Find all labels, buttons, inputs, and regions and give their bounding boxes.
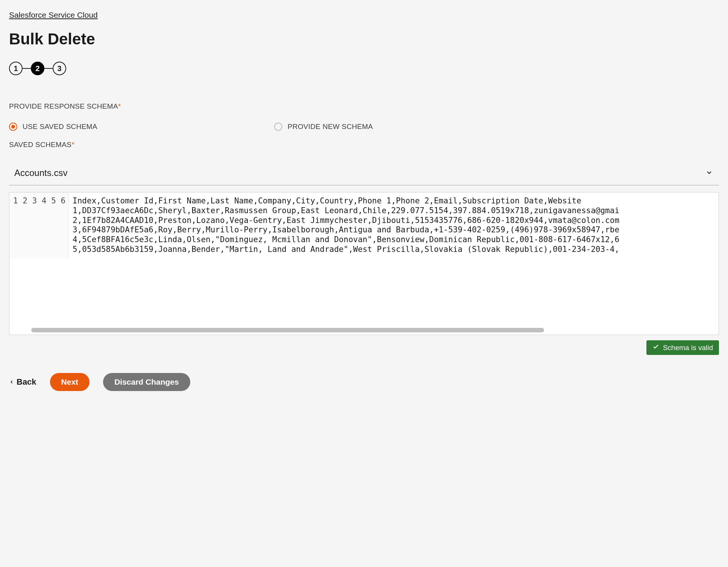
check-icon	[652, 343, 659, 352]
step-1[interactable]: 1	[9, 62, 23, 75]
scrollbar-thumb[interactable]	[31, 328, 544, 332]
radio-input-provide-new[interactable]	[274, 123, 282, 131]
discard-changes-button[interactable]: Discard Changes	[103, 373, 190, 391]
saved-schema-select[interactable]: Accounts.csv	[9, 161, 719, 185]
footer-buttons: Back Next Discard Changes	[9, 373, 719, 391]
horizontal-scrollbar[interactable]	[31, 328, 715, 332]
schema-valid-badge: Schema is valid	[646, 340, 719, 355]
radio-label-provide-new: PROVIDE NEW SCHEMA	[288, 123, 373, 131]
breadcrumb-link[interactable]: Salesforce Service Cloud	[9, 11, 98, 20]
back-button[interactable]: Back	[9, 377, 36, 387]
schema-radio-group: USE SAVED SCHEMA PROVIDE NEW SCHEMA	[9, 123, 719, 131]
radio-input-use-saved[interactable]	[9, 123, 17, 131]
step-3[interactable]: 3	[53, 62, 66, 75]
stepper: 1 2 3	[9, 62, 719, 75]
code-content[interactable]: Index,Customer Id,First Name,Last Name,C…	[69, 193, 623, 258]
required-asterisk: *	[118, 102, 121, 110]
radio-provide-new-schema[interactable]: PROVIDE NEW SCHEMA	[274, 123, 373, 131]
code-gutter: 1 2 3 4 5 6	[9, 193, 69, 258]
radio-use-saved-schema[interactable]: USE SAVED SCHEMA	[9, 123, 97, 131]
code-editor[interactable]: 1 2 3 4 5 6 Index,Customer Id,First Name…	[9, 192, 719, 335]
chevron-left-icon	[9, 377, 14, 387]
saved-schemas-label: SAVED SCHEMAS*	[9, 141, 719, 149]
next-button[interactable]: Next	[50, 373, 90, 391]
saved-schemas-label-text: SAVED SCHEMAS	[9, 141, 71, 149]
saved-schema-select-wrap: Accounts.csv	[9, 161, 719, 185]
back-button-label: Back	[17, 377, 36, 387]
step-connector	[44, 68, 53, 69]
schema-valid-text: Schema is valid	[663, 344, 713, 352]
page-title: Bulk Delete	[9, 30, 719, 48]
chevron-down-icon	[705, 169, 713, 178]
schema-section-label-text: PROVIDE RESPONSE SCHEMA	[9, 102, 118, 110]
step-connector	[23, 68, 31, 69]
required-asterisk: *	[71, 141, 74, 149]
schema-section-label: PROVIDE RESPONSE SCHEMA*	[9, 102, 719, 111]
radio-label-use-saved: USE SAVED SCHEMA	[23, 123, 97, 131]
step-2[interactable]: 2	[31, 62, 44, 75]
saved-schema-selected-value: Accounts.csv	[14, 168, 67, 178]
